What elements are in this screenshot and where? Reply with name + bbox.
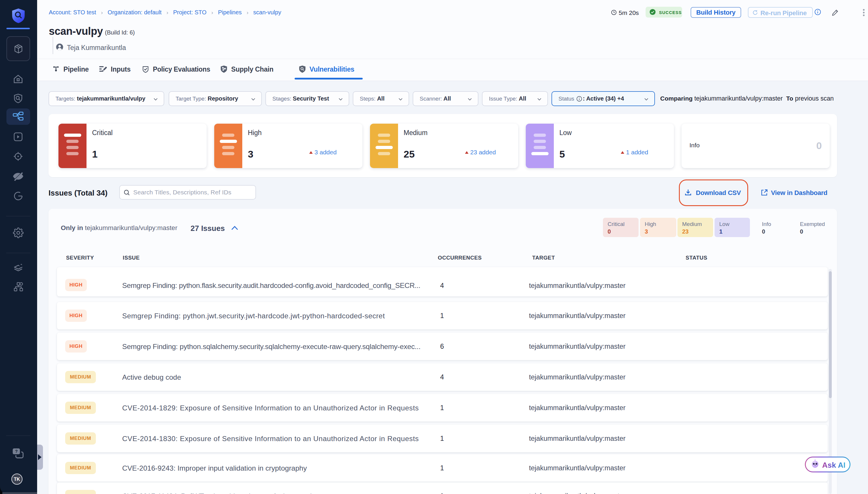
svg-text:?: ? xyxy=(15,449,18,454)
